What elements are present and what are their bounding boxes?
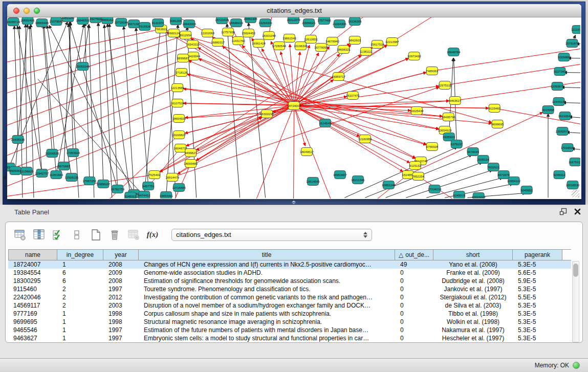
- graph-node[interactable]: 9457751: [142, 182, 155, 190]
- graph-edge[interactable]: [189, 60, 294, 105]
- graph-node[interactable]: 16961424: [252, 39, 266, 48]
- table-row[interactable]: 1456911722003Disruption of a novel membe…: [8, 301, 571, 310]
- graph-node[interactable]: 8660124: [168, 29, 180, 37]
- graph-edge[interactable]: [294, 54, 339, 106]
- graph-node[interactable]: 16782759: [111, 185, 124, 193]
- graph-node[interactable]: 18312974: [287, 17, 300, 24]
- graph-node[interactable]: 16646019: [229, 19, 243, 27]
- graph-node[interactable]: 17957253: [83, 177, 97, 185]
- graph-node[interactable]: 7625402: [148, 170, 161, 179]
- graph-node[interactable]: 1514545: [319, 119, 332, 127]
- graph-node[interactable]: 12156829: [20, 167, 34, 175]
- graph-node[interactable]: 18300295: [260, 110, 274, 118]
- graph-node[interactable]: 10025438: [410, 107, 424, 115]
- graph-edge[interactable]: [70, 22, 73, 153]
- graph-node[interactable]: 11675316: [569, 158, 580, 166]
- graph-node[interactable]: 21034306: [333, 20, 346, 28]
- column-header-title[interactable]: title: [139, 250, 395, 260]
- graph-node[interactable]: 9975887: [58, 162, 70, 170]
- graph-node[interactable]: 10852246: [382, 181, 396, 189]
- graph-node[interactable]: 13254306: [258, 19, 272, 27]
- graph-node[interactable]: 17334216: [428, 185, 442, 193]
- graph-edge[interactable]: [166, 25, 178, 196]
- graph-node[interactable]: 16648784: [447, 48, 461, 56]
- graph-edge[interactable]: [124, 27, 134, 194]
- graph-node[interactable]: 8215958: [542, 106, 554, 114]
- graph-node[interactable]: 8912954: [180, 31, 192, 39]
- graph-node[interactable]: 12975115: [438, 81, 452, 90]
- network-canvas[interactable]: 1872400776638228660124891295416543311234…: [7, 17, 580, 199]
- table-row[interactable]: 969969511998Structural magnetic resonanc…: [8, 318, 571, 326]
- graph-node[interactable]: 18846501: [76, 17, 90, 25]
- graph-node[interactable]: 9115132: [409, 161, 422, 169]
- graph-edge[interactable]: [294, 106, 403, 172]
- graph-edge[interactable]: [564, 73, 580, 73]
- graph-node[interactable]: 12202068: [201, 29, 214, 37]
- graph-node[interactable]: 10853287: [61, 17, 75, 22]
- graph-node[interactable]: 24055724: [7, 18, 20, 26]
- graph-node[interactable]: 12444139: [552, 98, 566, 106]
- network-window-titlebar[interactable]: citations_edges.txt: [7, 4, 581, 17]
- graph-edge[interactable]: [26, 25, 27, 171]
- table-selector-dropdown[interactable]: citations_edges.txt: [171, 229, 372, 241]
- graph-node[interactable]: 18724007: [287, 102, 301, 110]
- graph-node[interactable]: 9862603: [349, 36, 361, 45]
- graph-node[interactable]: 16107534: [170, 99, 184, 107]
- graph-edge[interactable]: [227, 24, 240, 198]
- graph-node[interactable]: 10719184: [114, 18, 128, 27]
- graph-edge[interactable]: [43, 25, 52, 154]
- graph-node[interactable]: 16210643: [558, 112, 572, 120]
- graph-node[interactable]: 9245652: [520, 186, 533, 194]
- graph-node[interactable]: 10016530: [566, 181, 580, 189]
- graph-edge[interactable]: [294, 106, 294, 199]
- graph-node[interactable]: 12757930: [221, 28, 235, 36]
- column-header-out_de[interactable]: △out_de...: [395, 250, 433, 260]
- graph-edge[interactable]: [187, 74, 294, 106]
- select-all-icon[interactable]: [51, 228, 65, 242]
- graph-node[interactable]: 7485063: [426, 67, 439, 75]
- graph-node[interactable]: 9899687: [177, 54, 189, 62]
- graph-node[interactable]: 15824453: [242, 29, 255, 37]
- table-row[interactable]: 1830029562008Estimation of significance …: [8, 277, 571, 285]
- graph-node[interactable]: 16953407: [333, 170, 347, 179]
- graph-node[interactable]: 12213987: [385, 38, 399, 46]
- graph-node[interactable]: 20053346: [76, 62, 90, 71]
- column-header-name[interactable]: name: [8, 250, 57, 260]
- memory-status-icon[interactable]: [573, 362, 580, 369]
- graph-edge[interactable]: [198, 48, 294, 106]
- graph-node[interactable]: 18211346: [351, 176, 365, 184]
- table-row[interactable]: 2242004622012Investigating the contribut…: [8, 293, 571, 301]
- table-row[interactable]: 1938455462009Genome-wide association stu…: [8, 269, 571, 277]
- graph-node[interactable]: 16543311: [186, 40, 200, 49]
- graph-edge[interactable]: [294, 47, 329, 106]
- table-row[interactable]: 1872400712008Changes of HCN gene express…: [8, 260, 571, 269]
- graph-node[interactable]: 9699695: [491, 120, 504, 128]
- column-header-pagerank[interactable]: pagerank: [513, 250, 562, 260]
- show-columns-icon[interactable]: [32, 228, 46, 242]
- graph-node[interactable]: 13514545: [306, 177, 320, 185]
- graph-node[interactable]: 9245019: [453, 191, 466, 199]
- graph-edge[interactable]: [197, 106, 294, 150]
- graph-node[interactable]: 7515526: [139, 23, 151, 31]
- graph-node[interactable]: 1527602: [90, 17, 102, 23]
- graph-edge[interactable]: [253, 106, 294, 199]
- graph-edge[interactable]: [7, 73, 182, 148]
- scrollbar-thumb[interactable]: [573, 264, 578, 277]
- graph-node[interactable]: 15751874: [565, 39, 579, 48]
- graph-node[interactable]: 13992971: [556, 127, 570, 135]
- graph-node[interactable]: 16880317: [211, 38, 225, 47]
- graph-edge[interactable]: [31, 25, 42, 173]
- graph-node[interactable]: 7852254: [412, 172, 425, 180]
- graph-node[interactable]: 9227341: [554, 68, 566, 76]
- graph-node[interactable]: 20684021: [302, 19, 316, 27]
- graph-node[interactable]: 11123723: [571, 26, 580, 34]
- column-header-year[interactable]: year: [103, 250, 139, 260]
- graph-node[interactable]: 16643306: [182, 20, 196, 28]
- function-builder-icon[interactable]: f(x): [145, 228, 160, 242]
- clear-selection-icon[interactable]: [70, 228, 84, 242]
- graph-node[interactable]: 18099489: [184, 159, 198, 167]
- graph-node[interactable]: 9474412: [138, 191, 150, 199]
- graph-node[interactable]: 10196343: [294, 42, 308, 50]
- graph-node[interactable]: 17016504: [561, 143, 575, 151]
- graph-node[interactable]: 19166827: [172, 130, 186, 139]
